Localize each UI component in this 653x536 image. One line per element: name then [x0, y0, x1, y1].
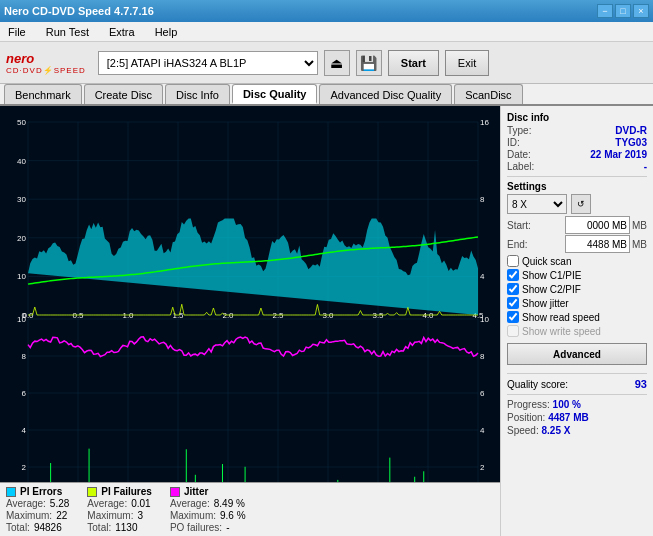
show-jitter-row: Show jitter [507, 297, 647, 309]
jitter-label: Jitter [184, 486, 208, 497]
show-write-speed-checkbox [507, 325, 519, 337]
disc-label-value: - [644, 161, 647, 172]
quick-scan-label: Quick scan [522, 256, 571, 267]
show-jitter-checkbox[interactable] [507, 297, 519, 309]
title-bar: Nero CD-DVD Speed 4.7.7.16 − □ × [0, 0, 653, 22]
disc-id-row: ID: TYG03 [507, 137, 647, 148]
disc-type-row: Type: DVD-R [507, 125, 647, 136]
speed-label: Speed: [507, 425, 539, 436]
position-label: Position: [507, 412, 545, 423]
chart-area: recorded with PIONEER BD-RW BDR-S12U [0, 106, 501, 536]
window-title: Nero CD-DVD Speed 4.7.7.16 [4, 5, 154, 17]
main-content: recorded with PIONEER BD-RW BDR-S12U Dis… [0, 106, 653, 536]
stats-bar: PI Errors Average: 5.28 Maximum: 22 Tota… [0, 482, 500, 536]
quick-scan-checkbox[interactable] [507, 255, 519, 267]
disc-date-label: Date: [507, 149, 531, 160]
start-mb-row: Start: MB [507, 216, 647, 234]
pi-errors-label: PI Errors [20, 486, 62, 497]
speed-select[interactable]: 8 X [507, 194, 567, 214]
pi-failures-label: PI Failures [101, 486, 152, 497]
main-chart [0, 106, 500, 536]
quality-score-value: 93 [635, 378, 647, 390]
pi-errors-color [6, 487, 16, 497]
progress-label: Progress: [507, 399, 550, 410]
disc-date-value: 22 Mar 2019 [590, 149, 647, 160]
settings-title: Settings [507, 181, 647, 192]
disc-label-row: Label: - [507, 161, 647, 172]
maximize-button[interactable]: □ [615, 4, 631, 18]
menu-run-test[interactable]: Run Test [42, 24, 93, 40]
show-write-speed-label: Show write speed [522, 326, 601, 337]
info-panel: Disc info Type: DVD-R ID: TYG03 Date: 22… [501, 106, 653, 536]
divider-2 [507, 373, 647, 374]
disc-info-title: Disc info [507, 112, 647, 123]
disc-type-label: Type: [507, 125, 531, 136]
toolbar: nero CD·DVD⚡SPEED [2:5] ATAPI iHAS324 A … [0, 42, 653, 84]
tab-scan-disc[interactable]: ScanDisc [454, 84, 522, 104]
advanced-button[interactable]: Advanced [507, 343, 647, 365]
save-icon[interactable]: 💾 [356, 50, 382, 76]
menu-file[interactable]: File [4, 24, 30, 40]
pi-errors-stat: PI Errors Average: 5.28 Maximum: 22 Tota… [6, 486, 69, 533]
divider-1 [507, 176, 647, 177]
show-c1pie-label: Show C1/PIE [522, 270, 581, 281]
pi-failures-color [87, 487, 97, 497]
start-label: Start: [507, 220, 531, 231]
start-mb-input[interactable] [565, 216, 630, 234]
show-c1pie-row: Show C1/PIE [507, 269, 647, 281]
show-read-speed-label: Show read speed [522, 312, 600, 323]
disc-id-label: ID: [507, 137, 520, 148]
menu-bar: File Run Test Extra Help [0, 22, 653, 42]
show-read-speed-checkbox[interactable] [507, 311, 519, 323]
position-value: 4487 MB [548, 412, 589, 423]
tab-benchmark[interactable]: Benchmark [4, 84, 82, 104]
start-button[interactable]: Start [388, 50, 439, 76]
end-label: End: [507, 239, 528, 250]
nero-logo: nero CD·DVD⚡SPEED [6, 51, 86, 75]
show-c1pie-checkbox[interactable] [507, 269, 519, 281]
end-mb-row: End: MB [507, 235, 647, 253]
menu-help[interactable]: Help [151, 24, 182, 40]
disc-type-value: DVD-R [615, 125, 647, 136]
speed-row: Speed: 8.25 X [507, 425, 647, 436]
eject-icon[interactable]: ⏏ [324, 50, 350, 76]
tab-disc-info[interactable]: Disc Info [165, 84, 230, 104]
tab-bar: Benchmark Create Disc Disc Info Disc Qua… [0, 84, 653, 106]
end-mb-input[interactable] [565, 235, 630, 253]
tab-disc-quality[interactable]: Disc Quality [232, 84, 318, 104]
menu-extra[interactable]: Extra [105, 24, 139, 40]
show-c2pif-label: Show C2/PIF [522, 284, 581, 295]
disc-date-row: Date: 22 Mar 2019 [507, 149, 647, 160]
quick-scan-row: Quick scan [507, 255, 647, 267]
pi-failures-stat: PI Failures Average: 0.01 Maximum: 3 Tot… [87, 486, 152, 533]
speed-setting-row: 8 X ↺ [507, 194, 647, 214]
show-c2pif-checkbox[interactable] [507, 283, 519, 295]
close-button[interactable]: × [633, 4, 649, 18]
exit-button[interactable]: Exit [445, 50, 489, 76]
show-jitter-label: Show jitter [522, 298, 569, 309]
progress-row: Progress: 100 % [507, 399, 647, 410]
show-write-speed-row: Show write speed [507, 325, 647, 337]
settings-reload-icon[interactable]: ↺ [571, 194, 591, 214]
quality-score-row: Quality score: 93 [507, 378, 647, 390]
speed-value: 8.25 X [541, 425, 570, 436]
progress-value: 100 % [553, 399, 581, 410]
window-controls: − □ × [597, 4, 649, 18]
drive-select[interactable]: [2:5] ATAPI iHAS324 A BL1P [98, 51, 318, 75]
tab-create-disc[interactable]: Create Disc [84, 84, 163, 104]
disc-id-value: TYG03 [615, 137, 647, 148]
show-c2pif-row: Show C2/PIF [507, 283, 647, 295]
disc-label-label: Label: [507, 161, 534, 172]
tab-advanced-disc-quality[interactable]: Advanced Disc Quality [319, 84, 452, 104]
jitter-color [170, 487, 180, 497]
quality-score-label: Quality score: [507, 379, 568, 390]
position-row: Position: 4487 MB [507, 412, 647, 423]
jitter-stat: Jitter Average: 8.49 % Maximum: 9.6 % PO… [170, 486, 246, 533]
show-read-speed-row: Show read speed [507, 311, 647, 323]
minimize-button[interactable]: − [597, 4, 613, 18]
divider-3 [507, 394, 647, 395]
